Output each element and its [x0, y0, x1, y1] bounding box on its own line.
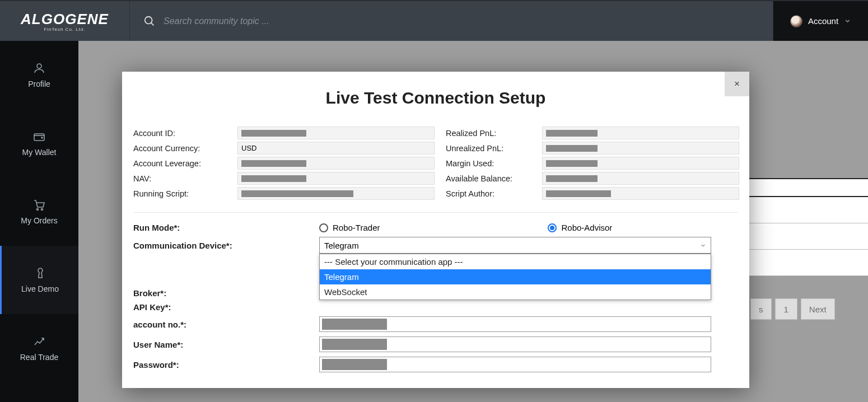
user-name-input[interactable] [319, 336, 711, 352]
account-label: Account [808, 16, 838, 26]
sidebar-item-label: My Wallet [22, 148, 57, 157]
value-account-currency: USD [237, 142, 435, 155]
sidebar-item-orders[interactable]: My Orders [0, 177, 78, 246]
svg-line-1 [151, 22, 154, 25]
radio-icon [319, 223, 328, 232]
dropdown-placeholder[interactable]: --- Select your communication app --- [320, 254, 711, 269]
sidebar-item-label: My Orders [21, 216, 57, 225]
label-script-author: Script Author: [446, 188, 531, 199]
svg-point-0 [145, 16, 152, 24]
dropdown-option-websocket[interactable]: WebSocket [320, 284, 711, 300]
label-account-id: Account ID: [133, 128, 226, 139]
chart-up-icon [32, 335, 46, 348]
modal-title: Live Test Connection Setup [122, 88, 749, 107]
label-available-balance: Available Balance: [446, 173, 531, 184]
label-account-currency: Account Currency: [133, 143, 226, 154]
svg-point-6 [41, 209, 43, 211]
value-realized-pnl [542, 127, 739, 139]
pager-prev[interactable]: s [750, 298, 772, 320]
account-no-input[interactable] [319, 316, 711, 332]
label-unrealized-pnl: Unrealized PnL: [446, 143, 531, 154]
sidebar-item-realtrade[interactable]: Real Trade [0, 314, 78, 382]
user-icon [32, 62, 46, 75]
chevron-down-icon [700, 242, 706, 249]
setup-form: Run Mode*: Robo-Trader Robo-Advisor Comm… [122, 223, 749, 372]
label-run-mode: Run Mode*: [133, 223, 319, 232]
wallet-icon [32, 130, 46, 143]
value-running-script [237, 187, 435, 200]
pager: s 1 Next [750, 298, 835, 320]
logo-text: ALGOGENE [21, 11, 109, 28]
account-menu[interactable]: Account [773, 1, 868, 41]
logo-subtext: FinTech Co. Ltd. [44, 27, 85, 32]
label-user-name: User Name*: [133, 340, 319, 349]
label-comm-device: Communication Device*: [133, 241, 319, 250]
search-area [130, 15, 773, 27]
value-script-author [542, 187, 739, 200]
label-account-no: account no.*: [133, 320, 319, 329]
sidebar-item-wallet[interactable]: My Wallet [0, 109, 78, 177]
account-info-grid: Account ID: Realized PnL: Account Curren… [122, 127, 749, 200]
radio-label: Robo-Trader [333, 223, 380, 232]
svg-point-5 [37, 209, 39, 211]
radio-label: Robo-Advisor [561, 223, 612, 232]
sidebar: Profile My Wallet My Orders Live Demo Re… [0, 41, 78, 402]
label-nav: NAV: [133, 173, 226, 184]
cart-icon [32, 198, 46, 212]
connection-setup-modal: × Live Test Connection Setup Account ID:… [122, 72, 749, 388]
radio-robo-trader[interactable]: Robo-Trader [319, 223, 380, 232]
pager-page-1[interactable]: 1 [775, 298, 797, 320]
label-password: Password*: [133, 360, 319, 370]
logo[interactable]: ALGOGENE FinTech Co. Ltd. [0, 1, 130, 41]
comm-device-select[interactable]: Telegram --- Select your communication a… [319, 237, 711, 254]
radio-icon [548, 223, 557, 232]
password-input[interactable] [319, 357, 711, 372]
svg-point-2 [37, 64, 41, 68]
label-realized-pnl: Realized PnL: [446, 128, 531, 139]
sidebar-item-label: Live Demo [21, 284, 59, 293]
chevron-down-icon [844, 17, 851, 25]
label-account-leverage: Account Leverage: [133, 158, 226, 169]
value-available-balance [542, 172, 739, 185]
sidebar-item-label: Profile [28, 80, 50, 88]
sidebar-item-profile[interactable]: Profile [0, 41, 78, 109]
sidebar-item-livedemo[interactable]: Live Demo [0, 246, 78, 314]
chess-icon [34, 267, 47, 280]
label-running-script: Running Script: [133, 188, 226, 199]
radio-robo-advisor[interactable]: Robo-Advisor [548, 223, 612, 232]
select-current: Telegram [324, 241, 359, 250]
pager-next[interactable]: Next [801, 298, 835, 320]
value-account-id [237, 127, 435, 139]
value-margin-used [542, 157, 739, 170]
search-input[interactable] [164, 16, 444, 26]
comm-device-dropdown: --- Select your communication app --- Te… [319, 254, 711, 300]
sidebar-item-label: Real Trade [20, 353, 58, 362]
value-account-leverage [237, 157, 435, 170]
label-api-key: API Key*: [133, 302, 319, 312]
avatar [790, 15, 802, 27]
search-icon [143, 15, 156, 27]
dropdown-option-telegram[interactable]: Telegram [320, 269, 711, 284]
label-broker: Broker*: [133, 288, 319, 298]
label-margin-used: Margin Used: [446, 158, 531, 169]
value-nav [237, 172, 435, 185]
run-mode-radios: Robo-Trader Robo-Advisor [319, 223, 711, 232]
topbar: ALGOGENE FinTech Co. Ltd. Account [0, 0, 868, 41]
close-button[interactable]: × [725, 72, 749, 96]
svg-point-4 [41, 137, 43, 138]
value-unrealized-pnl [542, 142, 739, 155]
divider [133, 212, 738, 213]
